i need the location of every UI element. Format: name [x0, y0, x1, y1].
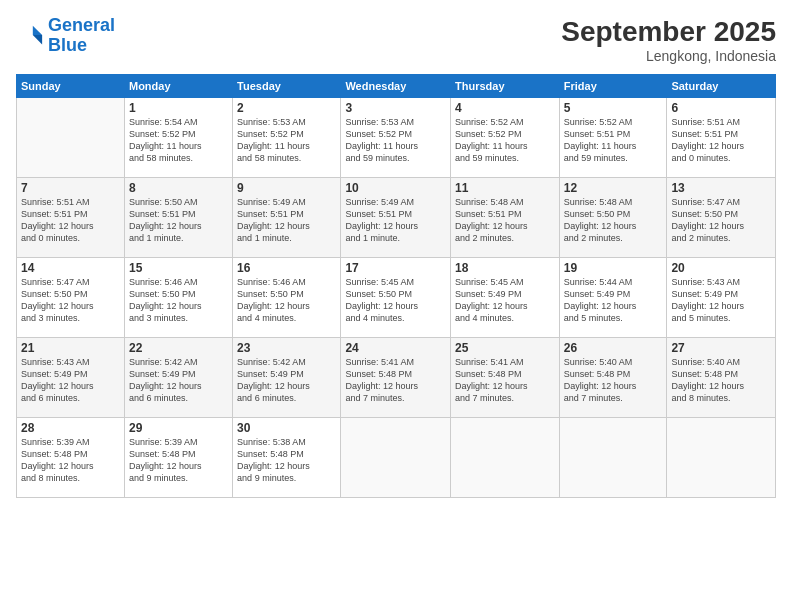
day-cell: 2Sunrise: 5:53 AM Sunset: 5:52 PM Daylig… — [233, 98, 341, 178]
day-number: 29 — [129, 421, 228, 435]
svg-marker-0 — [33, 26, 42, 35]
day-cell: 16Sunrise: 5:46 AM Sunset: 5:50 PM Dayli… — [233, 258, 341, 338]
day-cell: 29Sunrise: 5:39 AM Sunset: 5:48 PM Dayli… — [124, 418, 232, 498]
day-number: 20 — [671, 261, 771, 275]
day-cell: 19Sunrise: 5:44 AM Sunset: 5:49 PM Dayli… — [559, 258, 667, 338]
logo-icon — [16, 22, 44, 50]
day-cell: 24Sunrise: 5:41 AM Sunset: 5:48 PM Dayli… — [341, 338, 451, 418]
col-tuesday: Tuesday — [233, 75, 341, 98]
col-saturday: Saturday — [667, 75, 776, 98]
day-cell: 22Sunrise: 5:42 AM Sunset: 5:49 PM Dayli… — [124, 338, 232, 418]
day-number: 28 — [21, 421, 120, 435]
day-cell: 6Sunrise: 5:51 AM Sunset: 5:51 PM Daylig… — [667, 98, 776, 178]
day-cell: 4Sunrise: 5:52 AM Sunset: 5:52 PM Daylig… — [451, 98, 560, 178]
day-number: 1 — [129, 101, 228, 115]
day-info: Sunrise: 5:42 AM Sunset: 5:49 PM Dayligh… — [129, 356, 228, 405]
day-cell: 7Sunrise: 5:51 AM Sunset: 5:51 PM Daylig… — [17, 178, 125, 258]
day-info: Sunrise: 5:52 AM Sunset: 5:51 PM Dayligh… — [564, 116, 663, 165]
day-info: Sunrise: 5:52 AM Sunset: 5:52 PM Dayligh… — [455, 116, 555, 165]
day-info: Sunrise: 5:41 AM Sunset: 5:48 PM Dayligh… — [455, 356, 555, 405]
day-number: 8 — [129, 181, 228, 195]
day-info: Sunrise: 5:53 AM Sunset: 5:52 PM Dayligh… — [345, 116, 446, 165]
day-cell: 5Sunrise: 5:52 AM Sunset: 5:51 PM Daylig… — [559, 98, 667, 178]
day-number: 26 — [564, 341, 663, 355]
week-row-3: 14Sunrise: 5:47 AM Sunset: 5:50 PM Dayli… — [17, 258, 776, 338]
day-number: 16 — [237, 261, 336, 275]
week-row-4: 21Sunrise: 5:43 AM Sunset: 5:49 PM Dayli… — [17, 338, 776, 418]
day-number: 17 — [345, 261, 446, 275]
week-row-5: 28Sunrise: 5:39 AM Sunset: 5:48 PM Dayli… — [17, 418, 776, 498]
day-cell — [341, 418, 451, 498]
day-cell — [559, 418, 667, 498]
logo-line2: Blue — [48, 35, 87, 55]
day-number: 25 — [455, 341, 555, 355]
location: Lengkong, Indonesia — [561, 48, 776, 64]
day-cell: 12Sunrise: 5:48 AM Sunset: 5:50 PM Dayli… — [559, 178, 667, 258]
day-number: 7 — [21, 181, 120, 195]
day-info: Sunrise: 5:45 AM Sunset: 5:49 PM Dayligh… — [455, 276, 555, 325]
day-info: Sunrise: 5:39 AM Sunset: 5:48 PM Dayligh… — [21, 436, 120, 485]
day-cell: 27Sunrise: 5:40 AM Sunset: 5:48 PM Dayli… — [667, 338, 776, 418]
day-number: 13 — [671, 181, 771, 195]
day-number: 18 — [455, 261, 555, 275]
header: General Blue September 2025 Lengkong, In… — [16, 16, 776, 64]
day-number: 14 — [21, 261, 120, 275]
day-cell — [17, 98, 125, 178]
day-number: 24 — [345, 341, 446, 355]
day-cell: 28Sunrise: 5:39 AM Sunset: 5:48 PM Dayli… — [17, 418, 125, 498]
day-info: Sunrise: 5:41 AM Sunset: 5:48 PM Dayligh… — [345, 356, 446, 405]
header-row: Sunday Monday Tuesday Wednesday Thursday… — [17, 75, 776, 98]
day-info: Sunrise: 5:40 AM Sunset: 5:48 PM Dayligh… — [671, 356, 771, 405]
day-info: Sunrise: 5:50 AM Sunset: 5:51 PM Dayligh… — [129, 196, 228, 245]
day-cell: 17Sunrise: 5:45 AM Sunset: 5:50 PM Dayli… — [341, 258, 451, 338]
day-cell: 20Sunrise: 5:43 AM Sunset: 5:49 PM Dayli… — [667, 258, 776, 338]
day-cell: 15Sunrise: 5:46 AM Sunset: 5:50 PM Dayli… — [124, 258, 232, 338]
day-number: 4 — [455, 101, 555, 115]
day-cell: 26Sunrise: 5:40 AM Sunset: 5:48 PM Dayli… — [559, 338, 667, 418]
calendar: Sunday Monday Tuesday Wednesday Thursday… — [16, 74, 776, 498]
day-number: 5 — [564, 101, 663, 115]
day-info: Sunrise: 5:38 AM Sunset: 5:48 PM Dayligh… — [237, 436, 336, 485]
day-number: 9 — [237, 181, 336, 195]
day-cell: 3Sunrise: 5:53 AM Sunset: 5:52 PM Daylig… — [341, 98, 451, 178]
day-cell: 8Sunrise: 5:50 AM Sunset: 5:51 PM Daylig… — [124, 178, 232, 258]
month-title: September 2025 — [561, 16, 776, 48]
day-cell: 25Sunrise: 5:41 AM Sunset: 5:48 PM Dayli… — [451, 338, 560, 418]
day-info: Sunrise: 5:54 AM Sunset: 5:52 PM Dayligh… — [129, 116, 228, 165]
day-number: 21 — [21, 341, 120, 355]
day-info: Sunrise: 5:46 AM Sunset: 5:50 PM Dayligh… — [237, 276, 336, 325]
day-info: Sunrise: 5:47 AM Sunset: 5:50 PM Dayligh… — [21, 276, 120, 325]
day-info: Sunrise: 5:49 AM Sunset: 5:51 PM Dayligh… — [237, 196, 336, 245]
day-number: 30 — [237, 421, 336, 435]
day-info: Sunrise: 5:48 AM Sunset: 5:51 PM Dayligh… — [455, 196, 555, 245]
day-info: Sunrise: 5:53 AM Sunset: 5:52 PM Dayligh… — [237, 116, 336, 165]
day-number: 22 — [129, 341, 228, 355]
day-number: 6 — [671, 101, 771, 115]
svg-marker-1 — [33, 35, 42, 44]
day-info: Sunrise: 5:39 AM Sunset: 5:48 PM Dayligh… — [129, 436, 228, 485]
col-monday: Monday — [124, 75, 232, 98]
day-info: Sunrise: 5:43 AM Sunset: 5:49 PM Dayligh… — [21, 356, 120, 405]
day-info: Sunrise: 5:46 AM Sunset: 5:50 PM Dayligh… — [129, 276, 228, 325]
page: General Blue September 2025 Lengkong, In… — [0, 0, 792, 612]
week-row-1: 1Sunrise: 5:54 AM Sunset: 5:52 PM Daylig… — [17, 98, 776, 178]
day-cell: 9Sunrise: 5:49 AM Sunset: 5:51 PM Daylig… — [233, 178, 341, 258]
day-cell — [667, 418, 776, 498]
day-number: 11 — [455, 181, 555, 195]
logo-line1: General — [48, 15, 115, 35]
day-number: 2 — [237, 101, 336, 115]
col-sunday: Sunday — [17, 75, 125, 98]
day-info: Sunrise: 5:40 AM Sunset: 5:48 PM Dayligh… — [564, 356, 663, 405]
week-row-2: 7Sunrise: 5:51 AM Sunset: 5:51 PM Daylig… — [17, 178, 776, 258]
day-info: Sunrise: 5:43 AM Sunset: 5:49 PM Dayligh… — [671, 276, 771, 325]
day-cell — [451, 418, 560, 498]
logo: General Blue — [16, 16, 115, 56]
title-block: September 2025 Lengkong, Indonesia — [561, 16, 776, 64]
day-info: Sunrise: 5:51 AM Sunset: 5:51 PM Dayligh… — [671, 116, 771, 165]
day-cell: 1Sunrise: 5:54 AM Sunset: 5:52 PM Daylig… — [124, 98, 232, 178]
day-info: Sunrise: 5:42 AM Sunset: 5:49 PM Dayligh… — [237, 356, 336, 405]
day-info: Sunrise: 5:51 AM Sunset: 5:51 PM Dayligh… — [21, 196, 120, 245]
day-cell: 23Sunrise: 5:42 AM Sunset: 5:49 PM Dayli… — [233, 338, 341, 418]
day-number: 12 — [564, 181, 663, 195]
day-cell: 18Sunrise: 5:45 AM Sunset: 5:49 PM Dayli… — [451, 258, 560, 338]
